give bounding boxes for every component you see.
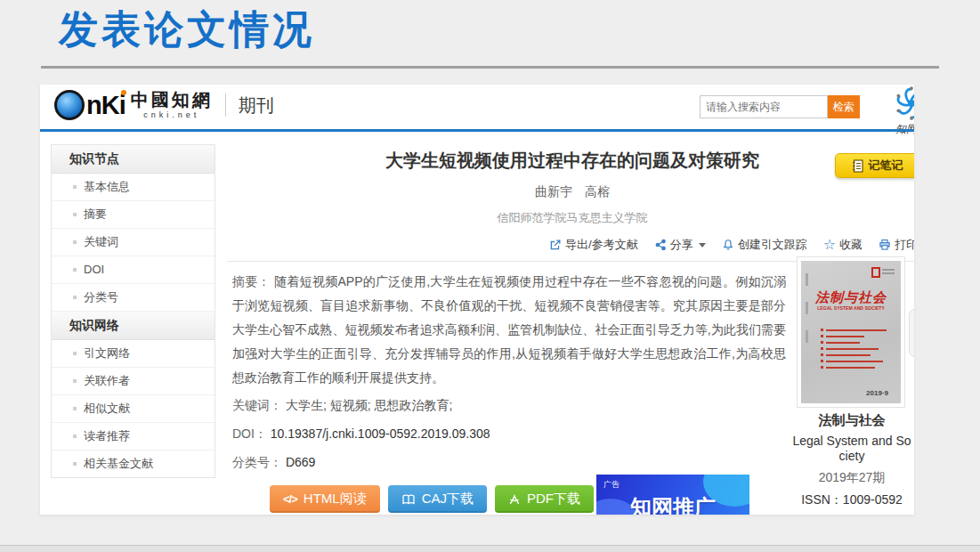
caret-down-icon: [699, 243, 706, 248]
search-button[interactable]: 检索: [828, 95, 860, 118]
cover-title: 法制与社会: [801, 289, 901, 306]
pdf-download-button[interactable]: PDF下载: [495, 485, 594, 513]
ad-tag: 广告: [603, 479, 620, 491]
sidebar-item-basic-info[interactable]: 基本信息: [52, 174, 215, 201]
cnki-logo[interactable]: nKi 中國知網 cnki.net 期刊: [54, 90, 274, 120]
ad-headline: 知网推广: [630, 493, 716, 515]
journal-info: 法制与社会 Legal System and Society 2019年27期 …: [786, 412, 914, 508]
doi-value: 10.19387/j.cnki.1009-0592.2019.09.308: [271, 426, 490, 441]
cover-issue: 2019·9: [866, 389, 888, 397]
journal-seal-icon: [871, 267, 895, 278]
presentation-slide: 发表论文情况 nKi 中國知網 cnki.net 期刊 检索: [0, 0, 980, 552]
clc-row: 分类号： D669: [232, 449, 786, 475]
bell-icon: [722, 239, 734, 251]
article-title: 大学生短视频使用过程中存在的问题及对策研究: [227, 149, 914, 173]
keywords-value[interactable]: 大学生; 短视频; 思想政治教育;: [286, 398, 452, 412]
article-authors[interactable]: 曲新宇 高榕: [227, 184, 914, 200]
citation-alert-action[interactable]: 创建引文跟踪: [722, 237, 807, 253]
header-blue-rule: [40, 129, 914, 132]
sidebar-item-related-authors[interactable]: 关联作者: [52, 368, 215, 395]
sidebar-section-knowledge-network: 知识网络: [52, 312, 215, 340]
journal-name[interactable]: 法制与社会: [786, 412, 914, 429]
sidebar-item-related-fund-literature[interactable]: 相关基金文献: [52, 451, 215, 477]
pdf-reader-icon: [508, 493, 521, 506]
favorite-action[interactable]: ☆ 收藏: [823, 237, 863, 253]
doi-label: DOI：: [232, 426, 267, 441]
abstract-text: 随着短视频APP的广泛使用,大学生在短视频使用过程中存在一些不容忽视的问题。例如…: [232, 274, 786, 385]
clc-label: 分类号：: [232, 455, 282, 469]
header-divider: [225, 93, 226, 117]
take-notes-button[interactable]: 记笔记: [835, 153, 914, 178]
cnki-logo-chinese: 中國知網: [131, 91, 213, 109]
cnki-article-page: nKi 中國知網 cnki.net 期刊 检索: [40, 85, 914, 515]
page-title: 发表论文情况: [59, 4, 315, 56]
share-icon: [654, 239, 667, 251]
journal-issue[interactable]: 2019年27期: [786, 470, 914, 486]
keywords-label: 关键词：: [232, 398, 282, 412]
search-input[interactable]: [700, 95, 828, 118]
cover-article-list: [821, 329, 887, 372]
cnki-globe-icon: [54, 90, 85, 120]
sidebar-item-keywords[interactable]: 关键词: [52, 229, 215, 256]
export-references-action[interactable]: 导出/参考文献: [549, 237, 638, 253]
share-action[interactable]: 分享: [654, 237, 706, 253]
print-action[interactable]: 打印: [879, 237, 914, 253]
journal-cover-image: 法制与社会 LEGAL SYSTEM AND SOCIETY 2019·9: [801, 261, 901, 403]
doi-row: DOI： 10.19387/j.cnki.1009-0592.2019.09.3…: [232, 420, 786, 447]
floating-widget-handle[interactable]: [909, 309, 914, 357]
export-icon: [549, 239, 562, 251]
title-underline: [41, 66, 939, 69]
keywords-row: 关键词： 大学生; 短视频; 思想政治教育;: [232, 392, 786, 418]
cnki-logo-domain: cnki.net: [143, 110, 199, 119]
abstract-paragraph: 摘要： 随着短视频APP的广泛使用,大学生在短视频使用过程中存在一些不容忽视的问…: [232, 270, 786, 390]
article-affiliation[interactable]: 信阳师范学院马克思主义学院: [227, 210, 914, 226]
book-icon: [401, 493, 416, 506]
sidebar-item-similar-literature[interactable]: 相似文献: [52, 395, 215, 423]
html-read-button[interactable]: </> HTML阅读: [270, 485, 380, 513]
journal-cover[interactable]: 法制与社会 LEGAL SYSTEM AND SOCIETY 2019·9: [797, 256, 905, 408]
sidebar-item-reader-recommendation[interactable]: 读者推荐: [52, 423, 215, 451]
sidebar-item-citation-network[interactable]: 引文网络: [52, 340, 215, 368]
cnki-header: nKi 中國知網 cnki.net 期刊 检索: [40, 85, 914, 129]
code-icon: </>: [283, 492, 297, 506]
sidebar-item-clc[interactable]: 分类号: [52, 284, 215, 312]
cnki-logo-latin: nKi: [86, 91, 126, 120]
abstract-label: 摘要：: [232, 274, 271, 288]
journal-issn: ISSN：1009-0592: [786, 492, 914, 508]
sidebar-item-doi[interactable]: DOI: [52, 256, 215, 284]
journal-section-label: 期刊: [239, 93, 274, 118]
cnki-node-swirl-icon: [895, 86, 914, 120]
article-meta: 摘要： 随着短视频APP的广泛使用,大学生在短视频使用过程中存在一些不容忽视的问…: [232, 270, 786, 475]
caj-download-button[interactable]: CAJ下载: [388, 485, 487, 513]
slide-footer-strip: [0, 545, 980, 552]
ad-banner[interactable]: 广告 知网推广: [596, 475, 749, 515]
star-icon: ☆: [823, 239, 836, 251]
sidebar: 知识节点 基本信息 摘要 关键词 DOI 分类号 知识网络 引文网络 关联作者 …: [51, 144, 215, 478]
sidebar-section-knowledge-node: 知识节点: [52, 145, 215, 174]
journal-name-en: Legal System and Society: [790, 434, 913, 464]
clc-value: D669: [286, 455, 315, 469]
search-area: 检索: [700, 95, 860, 118]
cover-subtitle: LEGAL SYSTEM AND SOCIETY: [808, 305, 893, 310]
printer-icon: [879, 239, 891, 251]
sidebar-item-abstract[interactable]: 摘要: [52, 201, 215, 229]
notebook-icon: [852, 159, 863, 173]
